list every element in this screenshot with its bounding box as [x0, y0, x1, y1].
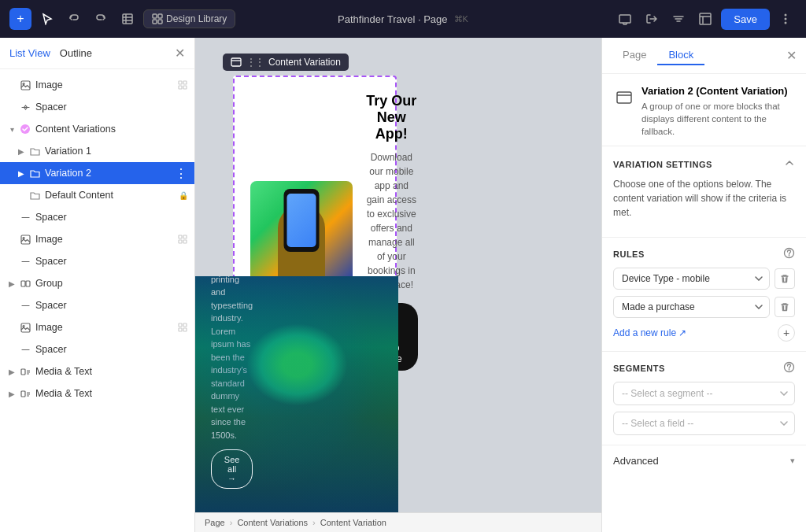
preview-button[interactable] [614, 8, 636, 30]
expand-variation1[interactable]: ▶ [16, 146, 27, 157]
svg-rect-19 [179, 235, 182, 238]
canvas-content: ⋮⋮ Content Variation Try Our New App! Do… [195, 38, 601, 532]
tab-page[interactable]: Page [612, 46, 657, 65]
rule-delete-2[interactable] [775, 297, 795, 317]
svg-rect-17 [21, 235, 30, 244]
tree-label-image2: Image [35, 234, 177, 245]
tree-label-variation1: Variation 1 [45, 146, 188, 157]
rules-help-icon[interactable] [783, 247, 795, 261]
redo-button[interactable] [90, 8, 112, 30]
add-rule-plus-button[interactable]: + [778, 324, 795, 342]
tree-item-image1[interactable]: Image [0, 74, 194, 96]
svg-rect-30 [183, 328, 187, 331]
tree-item-variation1[interactable]: ▶ Variation 1 [0, 140, 194, 162]
tree-item-content-variations[interactable]: ▾ Content Variations [0, 118, 194, 140]
tree-item-variation2[interactable]: ▶ Variation 2 ⋮ [0, 162, 194, 184]
rule-delete-1[interactable] [775, 268, 795, 289]
add-button[interactable]: + [9, 8, 31, 30]
rules-header: RULES [613, 247, 795, 261]
variation-settings-title: Variation Settings [613, 160, 712, 169]
tree-label-media-text2: Media & Text [35, 388, 188, 399]
rule-row-2: Made a purchase Has not purchased [613, 296, 795, 318]
expand-group[interactable]: ▶ [6, 278, 17, 289]
svg-rect-27 [179, 323, 182, 327]
rules-label: RULES [613, 249, 645, 259]
variation2-more[interactable]: ⋮ [175, 166, 188, 181]
variation-info: Variation 2 (Content Variation) A group … [641, 85, 795, 138]
topbar-left: + Design Library [9, 8, 235, 30]
image3-icon [19, 321, 31, 334]
see-all-button[interactable]: See all → [211, 449, 253, 489]
layout-button[interactable] [694, 8, 716, 30]
svg-point-11 [23, 83, 24, 84]
keyboard-shortcut: ⌘K [454, 14, 468, 24]
expand-image1 [6, 79, 17, 91]
svg-rect-15 [183, 86, 187, 89]
tree-item-group[interactable]: ▶ Group [0, 272, 194, 294]
more-button[interactable] [775, 8, 797, 30]
rule-select-1[interactable]: Device Type - mobile Device Type - deskt… [613, 268, 770, 290]
tree-item-default-content[interactable]: Default Content 🔒 [0, 184, 194, 206]
right-panel-header: Page Block ✕ [602, 38, 806, 74]
advanced-section: Advanced ▾ [602, 445, 806, 476]
svg-rect-28 [183, 323, 187, 327]
svg-rect-0 [123, 14, 132, 24]
svg-rect-21 [179, 240, 182, 243]
svg-rect-24 [26, 281, 30, 286]
outline-button[interactable] [116, 8, 139, 30]
advanced-label: Advanced [613, 455, 659, 467]
select-tool-button[interactable] [36, 8, 58, 30]
variation-name: Variation 2 (Content Variation) [641, 85, 795, 97]
field-select[interactable]: -- Select a field -- [613, 412, 795, 435]
tree-item-media-text1[interactable]: ▶ Media & Text [0, 360, 194, 382]
segments-help-icon[interactable] [783, 361, 795, 375]
tab-list-view[interactable]: List View [9, 46, 50, 61]
variation-settings-section: Variation Settings Choose one of the opt… [602, 146, 806, 238]
tree-item-image2[interactable]: Image [0, 228, 194, 250]
close-left-panel[interactable]: ✕ [175, 46, 185, 61]
tree-item-spacer2[interactable]: Spacer [0, 206, 194, 228]
right-panel: Page Block ✕ Variation 2 (Content Variat… [601, 38, 806, 532]
save-button[interactable]: Save [721, 9, 770, 30]
variation-description: A group of one or more blocks that displ… [641, 100, 795, 138]
segments-section: SEGMENTS -- Select a segment -- -- Selec… [602, 352, 806, 445]
tab-block[interactable]: Block [657, 46, 704, 65]
svg-rect-22 [183, 240, 187, 243]
undo-button[interactable] [63, 8, 85, 30]
variation-info-section: Variation 2 (Content Variation) A group … [602, 74, 806, 146]
settings-button[interactable] [667, 8, 690, 30]
svg-rect-14 [179, 86, 182, 89]
tree-item-spacer4[interactable]: Spacer [0, 294, 194, 316]
phone-image [250, 181, 353, 283]
tree-item-media-text2[interactable]: ▶ Media & Text [0, 382, 194, 405]
group-icon [19, 277, 31, 290]
tree-label-group: Group [35, 278, 188, 289]
tree-item-image3[interactable]: Image [0, 316, 194, 338]
maldives-text: Lorem ipsum is simply dummy text of the … [211, 276, 253, 489]
design-library-button[interactable]: Design Library [143, 9, 235, 28]
expand-content-variations[interactable]: ▾ [6, 124, 17, 135]
breadcrumb-content-variation[interactable]: Content Variation [320, 518, 386, 527]
segments-label: SEGMENTS [613, 364, 665, 373]
tree-item-spacer3[interactable]: Spacer [0, 250, 194, 272]
svg-rect-10 [21, 81, 30, 90]
tree-item-spacer5[interactable]: Spacer [0, 338, 194, 360]
segment-select[interactable]: -- Select a segment -- [613, 382, 795, 405]
media1-icon [19, 365, 31, 378]
breadcrumb-page[interactable]: Page [205, 518, 225, 527]
expand-variation2[interactable]: ▶ [16, 168, 27, 179]
spacer3-icon [19, 255, 31, 268]
tree-item-spacer1[interactable]: Spacer [0, 96, 194, 118]
expand-media1[interactable]: ▶ [6, 366, 17, 377]
rule-select-2[interactable]: Made a purchase Has not purchased [613, 296, 770, 318]
breadcrumb-content-variations[interactable]: Content Variations [237, 518, 308, 527]
advanced-header[interactable]: Advanced ▾ [613, 455, 795, 467]
tab-outline[interactable]: Outline [60, 46, 92, 61]
content-variation-overlay[interactable]: ⋮⋮ Content Variation [223, 54, 349, 71]
tree-label-spacer3: Spacer [35, 256, 188, 267]
close-right-panel[interactable]: ✕ [786, 48, 797, 63]
expand-media2[interactable]: ▶ [6, 388, 17, 399]
share-button[interactable] [641, 8, 663, 30]
collapse-settings-button[interactable] [784, 157, 795, 171]
add-new-rule-link[interactable]: Add a new rule ↗ [613, 327, 686, 338]
